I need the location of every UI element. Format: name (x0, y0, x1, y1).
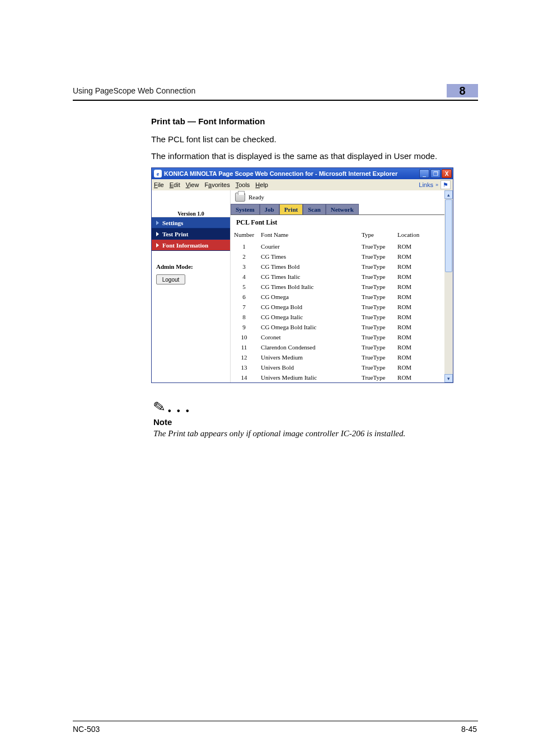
cell-fontname: CG Omega (257, 292, 358, 302)
col-number: Number (231, 230, 257, 241)
cell-type: TrueType (358, 342, 394, 352)
window-titlebar: e KONICA MINOLTA Page Scope Web Connecti… (152, 168, 453, 179)
vertical-scrollbar[interactable]: ▴ ▾ (444, 190, 453, 382)
minimize-button[interactable]: _ (419, 169, 429, 178)
note-label: Note (153, 417, 472, 427)
cell-type: TrueType (358, 362, 394, 372)
col-type: Type (358, 230, 394, 241)
cell-number: 11 (231, 342, 257, 352)
triangle-icon (156, 243, 159, 248)
section-title: Print tab — Font Information (151, 116, 472, 126)
table-row: 12Univers MediumTrueTypeROM (231, 352, 453, 362)
scroll-down-icon[interactable]: ▾ (444, 374, 453, 382)
menu-edit[interactable]: Edit (170, 181, 180, 188)
note-block: ✎ • • • Note The Print tab appears only … (151, 399, 472, 438)
scroll-thumb[interactable] (445, 199, 452, 272)
version-banner: Version 1.0 (152, 190, 230, 217)
tab-job[interactable]: Job (260, 204, 279, 214)
cell-type: TrueType (358, 282, 394, 292)
header-rule (73, 100, 478, 101)
cell-number: 6 (231, 292, 257, 302)
left-panel: Version 1.0 Settings Test Print Font Inf… (152, 190, 230, 382)
cell-fontname: Clarendon Condensed (257, 342, 358, 352)
tab-print[interactable]: Print (279, 204, 303, 214)
cell-fontname: Courier (257, 241, 358, 251)
cell-number: 1 (231, 241, 257, 251)
printer-icon (235, 193, 245, 202)
cell-number: 9 (231, 322, 257, 332)
admin-mode-label: Admin Mode: (152, 263, 230, 273)
cell-type: TrueType (358, 302, 394, 312)
cell-type: TrueType (358, 251, 394, 262)
cell-fontname: CG Omega Italic (257, 312, 358, 322)
window-title: KONICA MINOLTA Page Scope Web Connection… (164, 170, 419, 177)
running-head: Using PageScope Web Connection (73, 86, 195, 95)
table-row: 14Univers Medium ItalicTrueTypeROM (231, 372, 453, 382)
cell-type: TrueType (358, 312, 394, 322)
cell-type: TrueType (358, 272, 394, 282)
ellipsis-icon: • • • (168, 406, 191, 416)
menu-view[interactable]: View (186, 181, 199, 188)
ie-icon: e (154, 170, 162, 178)
table-row: 6CG OmegaTrueTypeROM (231, 292, 453, 302)
ie-throbber-icon: ⚑ (441, 180, 451, 189)
scroll-up-icon[interactable]: ▴ (444, 190, 453, 199)
tab-system[interactable]: System (231, 204, 260, 214)
cell-number: 3 (231, 262, 257, 272)
cell-fontname: CG Times Bold (257, 262, 358, 272)
chapter-badge: 8 (447, 84, 478, 97)
menu-fav[interactable]: Favorites (204, 181, 229, 188)
table-row: 13Univers BoldTrueTypeROM (231, 362, 453, 372)
table-row: 3CG Times BoldTrueTypeROM (231, 262, 453, 272)
table-row: 11Clarendon CondensedTrueTypeROM (231, 342, 453, 352)
cell-type: TrueType (358, 262, 394, 272)
cell-type: TrueType (358, 292, 394, 302)
note-text: The Print tab appears only if optional i… (153, 429, 472, 438)
status-text: Ready (249, 194, 264, 200)
logout-button[interactable]: Logout (156, 274, 185, 284)
links-label[interactable]: Links (419, 181, 433, 188)
table-row: 4CG Times ItalicTrueTypeROM (231, 272, 453, 282)
table-row: 7CG Omega BoldTrueTypeROM (231, 302, 453, 312)
cell-type: TrueType (358, 241, 394, 251)
sidebar-item-label: Test Print (162, 231, 188, 237)
footer-left: NC-503 (73, 725, 100, 734)
cell-number: 8 (231, 312, 257, 322)
menu-bar: File Edit View Favorites Tools Help Link… (152, 179, 453, 190)
cell-number: 13 (231, 362, 257, 372)
chevron-icon[interactable]: » (435, 182, 438, 188)
footer-right: 8-45 (461, 725, 477, 734)
triangle-icon (156, 232, 159, 236)
cell-number: 7 (231, 302, 257, 312)
footer-rule (73, 721, 478, 722)
cell-number: 2 (231, 251, 257, 262)
paragraph: The PCL font list can be checked. (151, 134, 472, 145)
tab-network[interactable]: Network (326, 204, 359, 214)
cell-number: 5 (231, 282, 257, 292)
menu-file[interactable]: File (154, 181, 164, 188)
cell-fontname: Univers Bold (257, 362, 358, 372)
cell-fontname: Univers Medium (257, 352, 358, 362)
cell-fontname: Coronet (257, 332, 358, 342)
scroll-track[interactable] (444, 199, 453, 374)
menu-help[interactable]: Help (255, 181, 268, 188)
cell-number: 14 (231, 372, 257, 382)
close-button[interactable]: X (442, 169, 452, 178)
triangle-icon (156, 221, 159, 225)
sidebar-item-label: Settings (162, 220, 183, 226)
tab-scan[interactable]: Scan (303, 204, 326, 214)
pencil-icon: ✎ (152, 398, 167, 417)
paragraph: The information that is displayed is the… (151, 151, 472, 162)
sidebar-item-settings[interactable]: Settings (152, 217, 230, 228)
menu-tools[interactable]: Tools (236, 181, 250, 188)
cell-fontname: CG Omega Bold (257, 302, 358, 312)
cell-number: 10 (231, 332, 257, 342)
table-row: 2CG TimesTrueTypeROM (231, 251, 453, 262)
sidebar-item-testprint[interactable]: Test Print (152, 228, 230, 240)
cell-type: TrueType (358, 332, 394, 342)
maximize-button[interactable]: ❐ (430, 169, 441, 178)
sidebar-item-fontinfo[interactable]: Font Information (152, 240, 230, 251)
cell-type: TrueType (358, 352, 394, 362)
table-row: 1CourierTrueTypeROM (231, 241, 453, 251)
cell-fontname: CG Times (257, 251, 358, 262)
